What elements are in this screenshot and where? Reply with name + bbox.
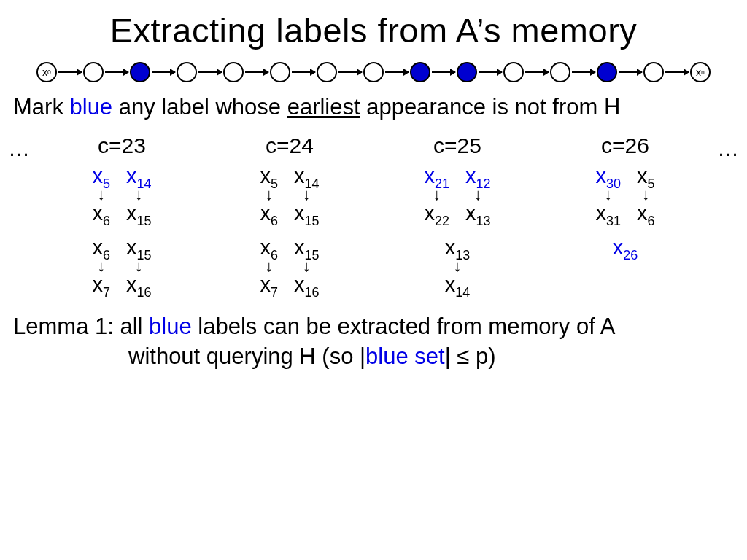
transition: x30↓x31 (596, 166, 622, 224)
down-arrow-icon: ↓ (642, 187, 650, 202)
lemma-text: Lemma 1: all blue labels can be extracte… (13, 311, 734, 373)
transition: x12↓x13 (465, 166, 491, 224)
blue-word: blue set (365, 343, 445, 369)
pair-row: x13↓x14 (445, 237, 471, 295)
down-arrow-icon: ↓ (433, 187, 441, 202)
down-arrow-icon: ↓ (135, 259, 143, 273)
column-header: c=24 (266, 133, 314, 158)
transition: x15↓x16 (294, 237, 320, 295)
transition: x14↓x15 (126, 166, 152, 224)
pair-row: x6↓x7x15↓x16 (260, 237, 320, 295)
column-header: c=25 (433, 133, 481, 158)
down-arrow-icon: ↓ (474, 187, 482, 202)
label-term: x7 (260, 274, 279, 295)
text: without querying H (so | (128, 343, 365, 369)
label-term: x31 (596, 203, 622, 224)
transition: x26 (613, 237, 638, 258)
chain-node (317, 62, 337, 82)
down-arrow-icon: ↓ (604, 187, 612, 202)
transition: x6↓x7 (260, 237, 279, 295)
text: any label whose (112, 94, 287, 120)
label-term: x6 (260, 237, 279, 258)
pair-row: x5↓x6x14↓x15 (260, 166, 320, 224)
label-term: x6 (93, 237, 111, 258)
pair-row: x21↓x22x12↓x13 (425, 166, 491, 224)
label-term: x14 (126, 166, 152, 187)
text: labels can be extracted from memory of A (192, 314, 616, 339)
arrow-icon (105, 71, 128, 73)
text: Lemma 1: all (13, 314, 149, 339)
label-term: x15 (294, 203, 320, 224)
arrow-icon (198, 71, 222, 73)
label-term: x16 (126, 274, 152, 295)
down-arrow-icon: ↓ (303, 259, 311, 273)
arrow-icon (338, 71, 362, 73)
column: c=23x5↓x6x14↓x15x6↓x7x15↓x16 (38, 133, 206, 295)
earliest-word: earliest (287, 94, 360, 120)
arrow-icon (432, 71, 455, 73)
transition: x15↓x16 (126, 237, 152, 295)
mark-instruction: Mark blue any label whose earliest appea… (13, 94, 734, 120)
label-term: x6 (260, 203, 279, 224)
label-term: x21 (425, 166, 450, 187)
label-term: x26 (613, 237, 638, 258)
chain-node (223, 62, 244, 82)
lemma-line2: without querying H (so |blue set| ≤ p) (128, 341, 734, 372)
label-term: x5 (260, 166, 279, 187)
column-header: c=26 (601, 133, 649, 158)
label-term: x13 (445, 237, 471, 258)
down-arrow-icon: ↓ (265, 187, 273, 202)
chain-node (130, 62, 150, 82)
label-term: x15 (294, 237, 320, 258)
label-term: x15 (126, 237, 152, 258)
label-term: x13 (465, 203, 491, 224)
slide-title: Extracting labels from A’s memory (0, 10, 747, 50)
label-term: x6 (93, 203, 111, 224)
arrow-icon (292, 71, 315, 73)
transition: x14↓x15 (294, 166, 320, 224)
label-term: x6 (637, 203, 655, 224)
label-term: x12 (465, 166, 491, 187)
chain-node (550, 62, 570, 82)
column: c=26x30↓x31x5↓x6x26 (541, 133, 709, 258)
blue-word: blue (70, 94, 113, 120)
column: c=25x21↓x22x12↓x13x13↓x14 (374, 133, 541, 295)
down-arrow-icon: ↓ (135, 187, 143, 202)
label-term: x5 (93, 166, 111, 187)
pair-row: x6↓x7x15↓x16 (93, 237, 152, 295)
label-term: x5 (637, 166, 655, 187)
transition: x6↓x7 (93, 237, 111, 295)
chain-node: xn (690, 62, 711, 82)
text: Mark (13, 94, 70, 120)
transition: x13↓x14 (445, 237, 471, 295)
down-arrow-icon: ↓ (454, 259, 462, 273)
arrow-icon (479, 71, 502, 73)
down-arrow-icon: ↓ (97, 187, 105, 202)
chain-node (410, 62, 430, 82)
label-term: x7 (93, 274, 111, 295)
columns-area: …c=23x5↓x6x14↓x15x6↓x7x15↓x16c=24x5↓x6x1… (0, 133, 747, 295)
down-arrow-icon: ↓ (265, 259, 273, 273)
transition: x5↓x6 (93, 166, 111, 224)
ellipsis: … (0, 133, 38, 161)
arrow-icon (572, 71, 595, 73)
label-term: x30 (596, 166, 622, 187)
label-term: x14 (445, 274, 471, 295)
chain-node (457, 62, 477, 82)
transition: x21↓x22 (425, 166, 450, 224)
chain-node (270, 62, 290, 82)
arrow-icon (665, 71, 689, 73)
arrow-icon (152, 71, 175, 73)
down-arrow-icon: ↓ (303, 187, 311, 202)
pair-row: x26 (613, 237, 638, 258)
transition: x5↓x6 (637, 166, 655, 224)
label-term: x15 (126, 203, 152, 224)
pair-row: x30↓x31x5↓x6 (596, 166, 655, 224)
transition: x5↓x6 (260, 166, 279, 224)
down-arrow-icon: ↓ (97, 259, 105, 273)
arrow-icon (619, 71, 642, 73)
column: c=24x5↓x6x14↓x15x6↓x7x15↓x16 (206, 133, 374, 295)
pair-row: x5↓x6x14↓x15 (93, 166, 152, 224)
arrow-icon (385, 71, 409, 73)
label-term: x16 (294, 274, 320, 295)
